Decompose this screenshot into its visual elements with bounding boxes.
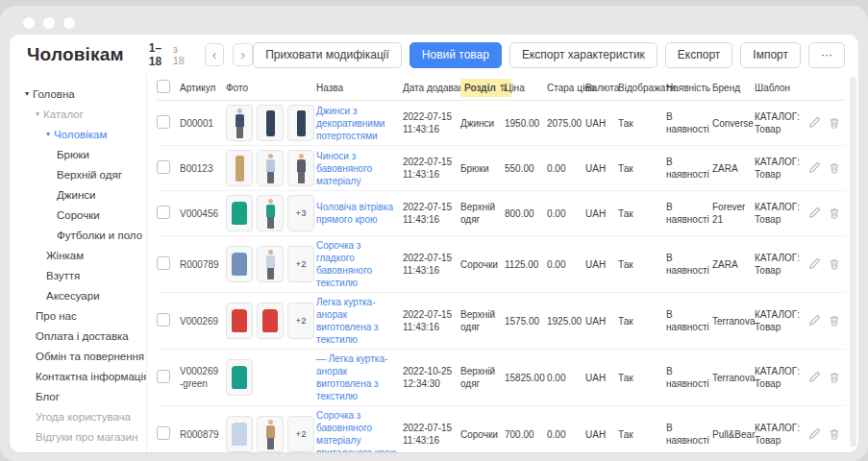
more-menu-button[interactable]: ··· — [808, 42, 845, 68]
import-button[interactable]: Імпорт — [740, 42, 801, 68]
product-brand: Terranova — [712, 315, 755, 328]
product-brand: Converse — [712, 117, 755, 130]
row-checkbox[interactable] — [157, 256, 170, 270]
sidebar-item-джинси[interactable]: Джинси — [10, 185, 146, 206]
product-name-link[interactable]: Чиноси з бавовняного матеріалу — [316, 150, 398, 187]
delete-button[interactable] — [829, 117, 840, 129]
product-template: КАТАЛОГ: Товар — [755, 308, 808, 333]
trash-icon — [829, 207, 840, 219]
table-row: D00001Джинси з декоративними потертостям… — [157, 101, 845, 146]
column-header-display[interactable]: Відображати — [618, 82, 666, 94]
delete-button[interactable] — [829, 258, 840, 270]
edit-button[interactable] — [808, 315, 820, 327]
sidebar-item-жінкам[interactable]: Жінкам — [10, 246, 146, 266]
column-header-brand[interactable]: Бренд — [712, 82, 755, 94]
product-date-added: 2022-07-1511:43:16 — [403, 201, 460, 226]
sidebar-item-головна[interactable]: ▾Головна — [10, 85, 146, 105]
product-template: КАТАЛОГ: Товар — [755, 422, 808, 447]
row-checkbox[interactable] — [157, 160, 170, 174]
edit-button[interactable] — [808, 117, 820, 129]
product-photos: +2 — [226, 416, 316, 452]
product-currency: UAH — [585, 428, 618, 441]
export-characteristics-button[interactable]: Експорт характеристик — [509, 42, 657, 68]
product-section: Верхній одяг — [460, 201, 505, 226]
product-photos — [226, 105, 316, 141]
row-checkbox[interactable] — [157, 206, 170, 219]
sidebar-item-угода-користувача[interactable]: Угода користувача — [10, 407, 146, 427]
column-header-availability[interactable]: Наявність — [666, 82, 712, 94]
product-currency: UAH — [585, 372, 618, 384]
product-date-added: 2022-10-2512:34:30 — [403, 365, 460, 390]
edit-button[interactable] — [808, 207, 820, 219]
chevron-down-icon: ▾ — [25, 84, 29, 104]
row-checkbox[interactable] — [157, 115, 170, 129]
product-section: Джинси — [460, 117, 505, 130]
delete-button[interactable] — [829, 315, 840, 327]
column-header-section[interactable]: Розділ⇅ — [460, 79, 505, 97]
product-brand: ZARA — [712, 258, 755, 271]
hide-modifications-button[interactable]: Приховати модифікації — [253, 42, 402, 68]
sidebar-item-сорочки[interactable]: Сорочки — [10, 206, 146, 226]
new-product-button[interactable]: Новий товар — [409, 42, 502, 68]
edit-button[interactable] — [808, 372, 820, 383]
column-header-sku[interactable]: Артикул — [180, 82, 226, 94]
product-name-link[interactable]: Чоловіча вітрівка прямого крою — [316, 201, 398, 226]
sidebar-item-мапа-сайту[interactable]: Мапа сайту — [10, 448, 146, 452]
window-controls — [23, 17, 75, 29]
product-section: Сорочки — [460, 428, 505, 441]
delete-button[interactable] — [829, 372, 840, 383]
edit-button[interactable] — [808, 162, 820, 174]
table-scrollbar[interactable] — [850, 77, 856, 447]
sidebar-item-про-нас[interactable]: Про нас — [10, 306, 146, 327]
sidebar-item-чоловікам[interactable]: ▾Чоловікам — [10, 125, 146, 145]
sidebar-item-каталог[interactable]: ▾Каталог — [10, 105, 146, 125]
column-header-photo[interactable]: Фото — [226, 82, 316, 94]
column-header-date[interactable]: Дата додавання — [403, 82, 460, 94]
product-name-link[interactable]: Сорочка з гладкого бавовняного текстилю — [316, 239, 398, 289]
sidebar-item-блог[interactable]: Блог — [10, 387, 146, 407]
product-currency: UAH — [585, 258, 618, 271]
delete-button[interactable] — [829, 162, 840, 174]
sidebar-item-оплата-і-доставка[interactable]: Оплата і доставка — [10, 327, 146, 347]
row-checkbox[interactable] — [157, 313, 170, 327]
delete-button[interactable] — [829, 428, 840, 440]
product-availability: В наявності — [666, 252, 712, 277]
product-name-link[interactable]: Сорочка з бавовняного матеріалу притален… — [316, 409, 398, 452]
column-header-name[interactable]: Назва — [316, 82, 403, 94]
edit-button[interactable] — [808, 428, 820, 440]
sidebar-item-аксесуари[interactable]: Аксесуари — [10, 286, 146, 306]
edit-button[interactable] — [808, 258, 820, 270]
product-name-link[interactable]: Джинси з декоративними потертостями — [316, 105, 398, 142]
column-header-currency[interactable]: Валюта — [585, 82, 618, 94]
next-page-button[interactable]: › — [233, 43, 253, 66]
row-checkbox[interactable] — [157, 426, 170, 440]
column-header-old-price[interactable]: Стара ціна — [547, 82, 585, 94]
sidebar-item-футболки-и-поло[interactable]: Футболки и поло — [10, 226, 146, 246]
sidebar-item-брюки[interactable]: Брюки — [10, 145, 146, 165]
column-header-template[interactable]: Шаблон — [755, 82, 808, 94]
row-actions — [808, 428, 845, 440]
sidebar-item-верхній-одяг[interactable]: Верхній одяг — [10, 165, 146, 185]
sidebar-item-обмін-та-повернення[interactable]: Обмін та повернення — [10, 347, 146, 367]
date-value: 2022-10-25 — [403, 365, 456, 377]
admin-panel: Чоловікам 1–18 з 18 ‹ › Приховати модифі… — [10, 35, 858, 452]
product-display: Так — [618, 428, 666, 441]
product-name-link[interactable]: — Легка куртка-анорак виготовлена з текс… — [316, 352, 398, 402]
sidebar-item-відгуки-про-магазин[interactable]: Відгуки про магазин — [10, 427, 146, 448]
prev-page-button[interactable]: ‹ — [205, 43, 225, 66]
column-header-price[interactable]: Ціна — [505, 82, 547, 94]
product-name-link[interactable]: Легка куртка-анорак виготовлена з тексти… — [316, 296, 398, 346]
product-photo — [257, 303, 284, 339]
export-button[interactable]: Експорт — [665, 42, 732, 68]
sidebar-item-взуття[interactable]: Взуття — [10, 266, 146, 286]
main-content: ▾Головна▾Каталог▾ЧоловікамБрюкиВерхній о… — [10, 75, 858, 452]
product-photos — [226, 150, 316, 186]
sidebar-item-label: Блог — [36, 387, 60, 407]
sidebar-item-контактна-інформація[interactable]: Контактна інформація — [10, 367, 146, 387]
delete-button[interactable] — [829, 207, 840, 219]
product-photos: +2 — [226, 303, 316, 339]
select-all-checkbox[interactable] — [157, 80, 170, 93]
row-checkbox[interactable] — [157, 370, 170, 383]
sidebar: ▾Головна▾Каталог▾ЧоловікамБрюкиВерхній о… — [10, 75, 147, 452]
product-photo — [257, 246, 284, 282]
